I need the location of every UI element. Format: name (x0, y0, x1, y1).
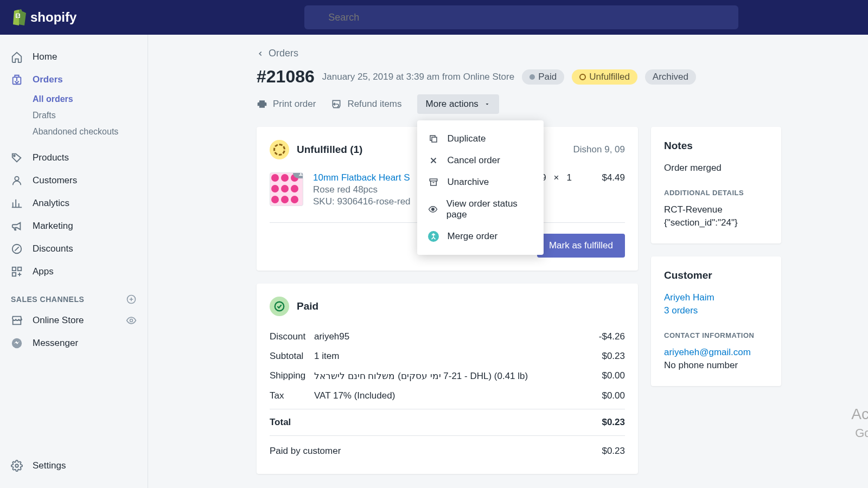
chevron-left-icon (257, 50, 264, 57)
mark-fulfilled-button[interactable]: Mark as fulfilled (537, 234, 625, 258)
svg-point-5 (14, 155, 15, 157)
order-number: #21086 (257, 67, 315, 87)
nav-home[interactable]: Home (0, 46, 148, 68)
topbar: S shopify (0, 0, 868, 35)
breadcrumb-back[interactable]: Orders (257, 48, 781, 59)
nav-messenger[interactable]: Messenger (0, 332, 148, 355)
svg-point-17 (431, 208, 434, 211)
eye-icon[interactable] (126, 315, 137, 326)
caret-down-icon (484, 101, 490, 107)
more-actions-dropdown: Duplicate Cancel order Unarchive View or… (417, 120, 544, 255)
print-order-button[interactable]: Print order (257, 99, 316, 110)
svg-text:S: S (16, 13, 20, 18)
search-box[interactable] (304, 5, 738, 29)
nav-apps[interactable]: Apps (0, 260, 148, 283)
content-area: Orders #21086 January 25, 2019 at 3:39 a… (148, 35, 868, 488)
home-icon (11, 51, 23, 63)
contact-info-title: CONTACT INFORMATION (664, 331, 768, 339)
dropdown-merge[interactable]: Merge order (417, 226, 544, 247)
nav-drafts[interactable]: Drafts (0, 107, 148, 124)
svg-point-12 (130, 319, 133, 322)
additional-line-1: RCT-Revenue (664, 204, 768, 215)
svg-rect-16 (430, 179, 437, 181)
person-icon (11, 175, 23, 187)
customer-email-link[interactable]: ariyeheh@gmail.com (664, 347, 768, 358)
fulfillment-location: Dishon 9, 09 (573, 144, 625, 155)
apps-icon (11, 266, 23, 278)
nav-orders[interactable]: Orders (0, 68, 148, 91)
notes-card: Notes Order merged ADDITIONAL DETAILS RC… (651, 127, 781, 243)
brand-text: shopify (30, 10, 76, 25)
additional-line-2: {"section_id":"24"} (664, 217, 768, 228)
customer-title: Customer (664, 269, 768, 281)
paid-row-shipping: Shippingמשלוח חינם לישראל (7-21 ימי עסקי… (270, 366, 625, 386)
close-icon (428, 155, 439, 166)
paid-row-bycustomer: Paid by customer$0.23 (270, 436, 625, 461)
gear-icon (11, 460, 23, 472)
notes-content: Order merged (664, 163, 768, 174)
paid-row-total: Total$0.23 (270, 409, 625, 436)
store-icon (11, 314, 23, 326)
unfulfilled-status-icon (270, 140, 289, 159)
sales-channels-label: SALES CHANNELS (0, 283, 148, 309)
line-total: $4.49 (582, 172, 625, 183)
svg-rect-9 (18, 267, 21, 271)
merge-icon (428, 231, 439, 242)
badge-archived: Archived (645, 69, 696, 85)
dropdown-view-status[interactable]: View order status page (417, 193, 544, 226)
svg-point-14 (15, 464, 18, 467)
dropdown-cancel[interactable]: Cancel order (417, 150, 544, 171)
archive-icon (428, 177, 439, 188)
nav-marketing[interactable]: Marketing (0, 215, 148, 237)
svg-rect-10 (12, 273, 16, 276)
brand-logo[interactable]: S shopify (11, 9, 76, 26)
discount-icon (11, 243, 23, 255)
watermark-1: Activ (851, 406, 868, 423)
more-actions-button[interactable]: More actions Duplicate Cancel order Unar… (417, 94, 499, 114)
svg-rect-8 (12, 267, 16, 271)
badge-unfulfilled: Unfulfilled (572, 69, 637, 85)
sidebar: Home Orders All orders Drafts Abandoned … (0, 35, 148, 488)
dropdown-duplicate[interactable]: Duplicate (417, 128, 544, 150)
paid-row-tax: TaxVAT 17% (Included)$0.00 (270, 386, 625, 406)
nav-analytics[interactable]: Analytics (0, 192, 148, 215)
paid-row-subtotal: Subtotal1 item$0.23 (270, 346, 625, 366)
paid-row-discount: Discountariyeh95-$4.26 (270, 327, 625, 346)
customer-name-link[interactable]: Ariyeh Haim (664, 292, 768, 303)
nav-all-orders[interactable]: All orders (0, 91, 148, 107)
customer-orders-link[interactable]: 3 orders (664, 305, 768, 316)
paid-card: Paid Discountariyeh95-$4.26 Subtotal1 it… (257, 284, 638, 474)
badge-paid: Paid (522, 69, 564, 85)
additional-details-title: ADDITIONAL DETAILS (664, 189, 768, 197)
product-thumbnail[interactable]: 1 (270, 172, 303, 206)
nav-products[interactable]: Products (0, 146, 148, 169)
orders-icon (11, 74, 23, 86)
customer-phone: No phone number (664, 360, 768, 371)
nav-online-store[interactable]: Online Store (0, 309, 148, 332)
tag-icon (11, 152, 23, 164)
order-meta: January 25, 2019 at 3:39 am from Online … (322, 72, 514, 82)
paid-heading: Paid (297, 300, 318, 312)
add-channel-icon[interactable] (126, 294, 137, 305)
refund-icon (331, 99, 342, 110)
notes-title: Notes (664, 140, 768, 152)
nav-abandoned[interactable]: Abandoned checkouts (0, 124, 148, 140)
customer-card: Customer Ariyeh Haim 3 orders CONTACT IN… (651, 256, 781, 386)
eye-icon (428, 204, 438, 215)
shopify-bag-icon: S (11, 9, 26, 26)
nav-customers[interactable]: Customers (0, 169, 148, 192)
duplicate-icon (428, 133, 439, 144)
paid-status-icon (270, 297, 289, 316)
refund-items-button[interactable]: Refund items (331, 99, 401, 110)
nav-discounts[interactable]: Discounts (0, 237, 148, 260)
svg-point-6 (15, 177, 18, 181)
messenger-icon (11, 337, 23, 349)
nav-settings[interactable]: Settings (0, 454, 148, 477)
svg-rect-15 (432, 137, 437, 142)
fulfillment-heading: Unfulfilled (1) (297, 144, 362, 156)
print-icon (257, 99, 267, 110)
search-input[interactable] (304, 5, 738, 29)
analytics-icon (11, 197, 23, 209)
watermark-2: Go to (855, 426, 868, 440)
dropdown-unarchive[interactable]: Unarchive (417, 171, 544, 193)
